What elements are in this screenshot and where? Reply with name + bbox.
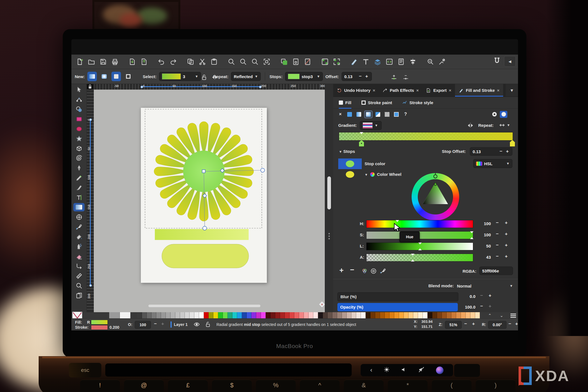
zoom-plus[interactable]: +	[471, 321, 476, 327]
edit-cut-icon[interactable]	[197, 57, 207, 67]
palette-swatch[interactable]	[351, 312, 356, 318]
palette-swatch[interactable]	[394, 312, 399, 318]
pages-tool[interactable]	[73, 291, 85, 300]
keyboard-key[interactable]: @	[124, 380, 164, 392]
document-save-icon[interactable]	[98, 57, 108, 67]
palette-swatch[interactable]	[109, 312, 120, 318]
palette-swatch[interactable]	[428, 312, 432, 318]
blur-plus[interactable]: +	[488, 293, 492, 298]
apply-to-stroke-button[interactable]	[123, 72, 133, 81]
rgba-input[interactable]: 53ff006e	[479, 267, 513, 275]
siri-icon[interactable]	[436, 367, 444, 374]
gradient-select-dropdown[interactable]: 3 ▼	[159, 72, 201, 81]
palette-swatch[interactable]	[251, 312, 256, 318]
palette-swatch[interactable]	[137, 312, 142, 318]
paint-mesh-button[interactable]	[374, 111, 382, 118]
palette-swatch[interactable]	[190, 312, 194, 318]
palette-swatch[interactable]	[361, 312, 366, 318]
palette-swatch[interactable]	[266, 312, 270, 318]
gradient-stop-handle-mid[interactable]	[359, 140, 364, 147]
edit-redo-icon[interactable]	[168, 57, 178, 67]
rotation-minus[interactable]: −	[508, 321, 512, 327]
stop-offset-spinbox[interactable]: 0.13 − +	[470, 147, 512, 156]
document-print-icon[interactable]	[110, 57, 120, 67]
keyboard-key[interactable]: &	[344, 380, 384, 392]
palette-swatch[interactable]	[475, 312, 480, 318]
gradient-center-handle[interactable]	[202, 170, 205, 173]
apply-to-fill-button[interactable]	[111, 72, 121, 81]
align-dialog-icon[interactable]	[408, 57, 417, 67]
shape-builder-tool[interactable]	[73, 105, 85, 113]
zoom-input[interactable]: 51%	[445, 321, 462, 329]
keyboard-key[interactable]: )	[476, 380, 515, 392]
spray-tool[interactable]	[73, 242, 85, 251]
blur-slider[interactable]: Blur (%)	[337, 292, 458, 301]
pen-tool[interactable]	[73, 164, 85, 172]
keyboard-key[interactable]: *	[388, 380, 428, 392]
vertical-scrollbar[interactable]	[327, 176, 331, 209]
palette-swatch[interactable]	[199, 312, 204, 318]
calligraphy-tool[interactable]	[73, 183, 85, 192]
color-wheel[interactable]	[412, 173, 459, 221]
mesh-tool[interactable]	[73, 213, 85, 221]
layer-lock-icon[interactable]	[205, 321, 211, 329]
object-opacity-minus[interactable]: −	[153, 321, 158, 327]
zoom-page-icon[interactable]	[250, 57, 260, 67]
hue-slider[interactable]	[366, 220, 473, 228]
palette-swatch[interactable]	[451, 312, 456, 318]
saturation-slider[interactable]	[366, 231, 473, 239]
eyedropper-icon[interactable]	[380, 268, 386, 276]
palette-swatch[interactable]	[275, 312, 280, 318]
palette-swatch[interactable]	[318, 312, 323, 318]
box-3d-tool[interactable]	[73, 144, 85, 153]
palette-scroll-down-icon[interactable]: ⌄	[500, 313, 503, 318]
find-replace-icon[interactable]	[425, 57, 435, 67]
palette-swatch[interactable]	[223, 312, 228, 318]
opacity-plus[interactable]: +	[488, 304, 492, 309]
layer-name[interactable]: Layer 1	[174, 322, 188, 327]
measure-tool[interactable]	[73, 272, 85, 280]
palette-swatch[interactable]	[180, 312, 185, 318]
palette-swatch[interactable]	[309, 312, 313, 318]
edit-undo-icon[interactable]	[157, 57, 166, 67]
stops-expander[interactable]: ▼ Stops	[339, 149, 355, 154]
node-tool[interactable]	[73, 95, 85, 104]
edit-paste-icon[interactable]	[209, 57, 219, 67]
ungroup-objects-icon[interactable]	[332, 57, 341, 67]
palette-swatch[interactable]	[347, 312, 351, 318]
dropper-tool[interactable]	[73, 223, 85, 231]
palette-swatch[interactable]	[418, 312, 423, 318]
palette-swatch[interactable]	[237, 312, 242, 318]
palette-swatch[interactable]	[370, 312, 375, 318]
hue-slider-minus[interactable]: −	[495, 220, 500, 226]
keyboard-key[interactable]: (	[432, 380, 472, 392]
zoom-minus[interactable]: −	[463, 321, 468, 327]
palette-swatch[interactable]	[280, 312, 285, 318]
alpha-slider-minus[interactable]: −	[495, 254, 500, 259]
zoom-selection-icon[interactable]	[227, 57, 236, 67]
palette-swatch[interactable]	[385, 312, 389, 318]
vase-rim-shape[interactable]	[155, 229, 249, 240]
volume-icon[interactable]	[401, 367, 407, 374]
opacity-slider[interactable]: Opacity (%)	[337, 303, 458, 311]
tab-path-effects[interactable]: Path Effects×	[379, 84, 422, 97]
saturation-slider-plus[interactable]: +	[504, 231, 508, 237]
insert-stop-icon[interactable]	[391, 74, 397, 82]
vase-body-shape[interactable]	[162, 244, 249, 268]
document-open-icon[interactable]	[87, 57, 96, 67]
rectangle-tool[interactable]	[73, 115, 85, 123]
paint-none-button[interactable]: ×	[337, 111, 344, 118]
palette-swatch[interactable]	[342, 312, 347, 318]
blend-mode-dropdown[interactable]: Normal ▼	[457, 281, 513, 290]
palette-swatch[interactable]	[399, 312, 404, 318]
object-opacity-plus[interactable]: +	[160, 321, 165, 327]
paint-linear-gradient-button[interactable]	[355, 111, 363, 118]
lightness-slider[interactable]	[366, 242, 473, 250]
palette-swatch[interactable]	[185, 312, 190, 318]
lightness-slider-minus[interactable]: −	[495, 242, 500, 248]
stop-offset-minus[interactable]: −	[499, 149, 503, 154]
close-icon[interactable]: ×	[497, 88, 500, 93]
palette-swatch[interactable]	[294, 312, 299, 318]
palette-swatch[interactable]	[270, 312, 275, 318]
document-export-icon[interactable]	[139, 57, 149, 67]
